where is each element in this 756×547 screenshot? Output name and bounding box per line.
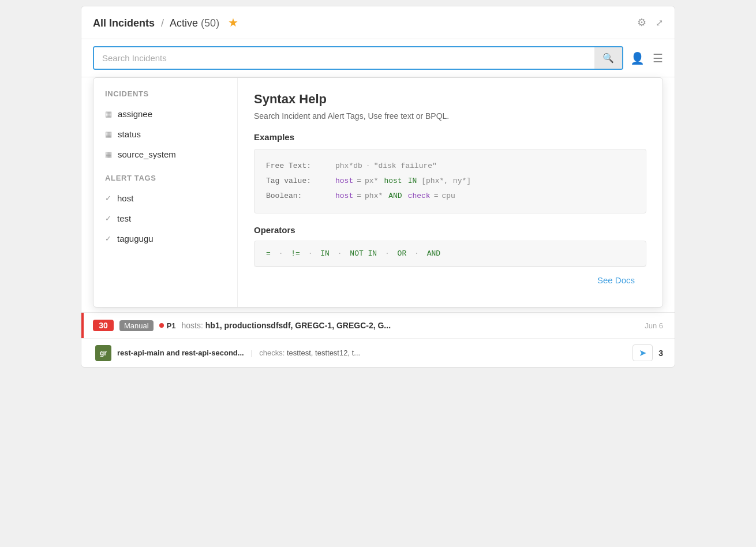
op-not-in: NOT IN: [350, 249, 377, 258]
op-neq: !=: [291, 249, 300, 258]
tag-px: px*: [365, 174, 378, 189]
arrow-icon: ➤: [639, 347, 646, 358]
search-button[interactable]: 🔍: [594, 47, 622, 69]
expand-icon[interactable]: [656, 17, 663, 29]
free-text-dot: ·: [366, 159, 370, 174]
alert-tags-section-label: Alert Tags: [93, 174, 237, 188]
search-input[interactable]: [94, 47, 594, 69]
op-in: IN: [320, 249, 330, 258]
tag-host2: host: [384, 174, 402, 189]
avatar-badge: gr: [95, 345, 111, 361]
user-filter-icon[interactable]: 👤: [630, 51, 645, 65]
syntax-help-title: Syntax Help: [254, 92, 646, 107]
op-dot-5: ·: [414, 249, 419, 258]
dropdown-item-tagugugu[interactable]: ✓ tagugugu: [93, 228, 237, 249]
checks-value: testtest, testtest12, t...: [287, 349, 360, 357]
op-dot-3: ·: [338, 249, 342, 258]
see-docs-link[interactable]: See Docs: [597, 275, 635, 285]
search-input-wrapper: 🔍: [93, 46, 623, 70]
op-or: OR: [398, 249, 407, 258]
bool-cpu: cpu: [441, 189, 455, 204]
header-title: All Incidents / Active (50) ★: [93, 16, 637, 29]
search-bar-row: 🔍 👤 ☰: [81, 39, 675, 77]
op-and: AND: [427, 249, 440, 258]
item-label-test: test: [117, 213, 131, 223]
item-label-assignee: assignee: [118, 109, 152, 119]
dropdown-footer: See Docs: [254, 267, 646, 293]
tag-value-row: Tag value: host = px* host IN [phx*, ny*…: [266, 174, 634, 189]
tag-eq1: =: [357, 174, 361, 189]
op-eq: =: [266, 249, 271, 258]
incident-services: rest-api-main and rest-api-second...: [117, 349, 244, 357]
checks-prefix: checks:: [259, 349, 287, 357]
divider-pipe: |: [250, 349, 252, 357]
boolean-row: Boolean: host = phx* AND check = cpu: [266, 189, 634, 204]
incidents-section-label: Incidents: [93, 89, 237, 104]
dropdown-item-test[interactable]: ✓ test: [93, 208, 237, 228]
app-container: All Incidents / Active (50) ★ 🔍 👤 ☰ Inci…: [81, 6, 675, 368]
incident-description: hosts: hb1, productionsdfsdf, GREGC-1, G…: [182, 321, 639, 330]
p1-dot: [159, 323, 164, 328]
incident-row-2: gr rest-api-main and rest-api-second... …: [81, 339, 675, 367]
dropdown-sidebar: Incidents ▦ assignee ▦ status ▦ source_s…: [93, 78, 238, 307]
syntax-help-subtitle: Search Incident and Alert Tags, Use free…: [254, 111, 646, 121]
list-view-icon[interactable]: ☰: [653, 51, 663, 65]
cube-icon-assignee: ▦: [105, 110, 112, 118]
comment-count: 3: [658, 349, 663, 358]
examples-code-block: Free Text: phx*db · "disk failure" Tag v…: [254, 149, 646, 213]
boolean-label: Boolean:: [266, 189, 324, 204]
tag-icon-test: ✓: [105, 214, 111, 223]
bool-check: check: [408, 189, 431, 204]
item-label-status: status: [118, 129, 141, 139]
tag-icon-tagugugu: ✓: [105, 234, 111, 243]
incident-count-badge: 30: [93, 320, 114, 331]
tag-in: IN: [408, 174, 417, 189]
incident-date: Jun 6: [645, 321, 663, 330]
free-text-label: Free Text:: [266, 159, 324, 174]
item-label-tagugugu: tagugugu: [117, 234, 154, 243]
dropdown-content: Syntax Help Search Incident and Alert Ta…: [238, 78, 663, 307]
title-active: Active: [170, 17, 198, 29]
dropdown-item-assignee[interactable]: ▦ assignee: [93, 104, 237, 124]
op-dot-1: ·: [279, 249, 283, 258]
op-dot-2: ·: [308, 249, 313, 258]
action-button[interactable]: ➤: [633, 344, 653, 361]
header: All Incidents / Active (50) ★: [81, 6, 675, 39]
title-bold: All Incidents: [93, 17, 155, 29]
item-label-host: host: [117, 193, 133, 203]
bool-and: AND: [388, 189, 402, 204]
operators-block: = · != · IN · NOT IN · OR · AND: [254, 241, 646, 267]
gear-icon[interactable]: [637, 16, 646, 29]
dropdown-item-source-system[interactable]: ▦ source_system: [93, 144, 237, 164]
title-slash: /: [161, 17, 164, 29]
tag-icon-host: ✓: [105, 194, 111, 203]
cube-icon-status: ▦: [105, 130, 112, 138]
operators-label: Operators: [254, 225, 646, 235]
bool-eq2: =: [434, 189, 439, 204]
bool-phx: phx*: [365, 189, 383, 204]
incident-row-1: 30 Manual P1 hosts: hb1, productionsdfsd…: [81, 313, 675, 339]
free-text-row: Free Text: phx*db · "disk failure": [266, 159, 634, 174]
free-text-value: phx*db: [335, 159, 362, 174]
dropdown-panel: Incidents ▦ assignee ▦ status ▦ source_s…: [93, 77, 663, 308]
tag-host1: host: [335, 174, 353, 189]
dropdown-item-status[interactable]: ▦ status: [93, 124, 237, 144]
title-count: (50): [201, 17, 219, 29]
op-dot-4: ·: [385, 249, 390, 258]
bool-host: host: [335, 189, 353, 204]
bool-eq1: =: [357, 189, 361, 204]
cube-icon-source: ▦: [105, 150, 112, 159]
manual-badge: Manual: [119, 320, 154, 331]
item-label-source-system: source_system: [118, 149, 176, 159]
incident-detail-2: rest-api-main and rest-api-second... | c…: [117, 349, 627, 357]
search-icon: 🔍: [602, 53, 614, 63]
header-actions: [637, 16, 663, 29]
tag-value-label: Tag value:: [266, 174, 324, 189]
search-actions: 👤 ☰: [630, 51, 663, 65]
incident-list: 30 Manual P1 hosts: hb1, productionsdfsd…: [81, 312, 675, 367]
p1-badge: P1: [159, 321, 176, 330]
incident-desc-prefix: hosts:: [182, 321, 205, 330]
star-icon[interactable]: ★: [228, 16, 238, 29]
dropdown-item-host[interactable]: ✓ host: [93, 188, 237, 208]
p1-label: P1: [167, 321, 176, 330]
